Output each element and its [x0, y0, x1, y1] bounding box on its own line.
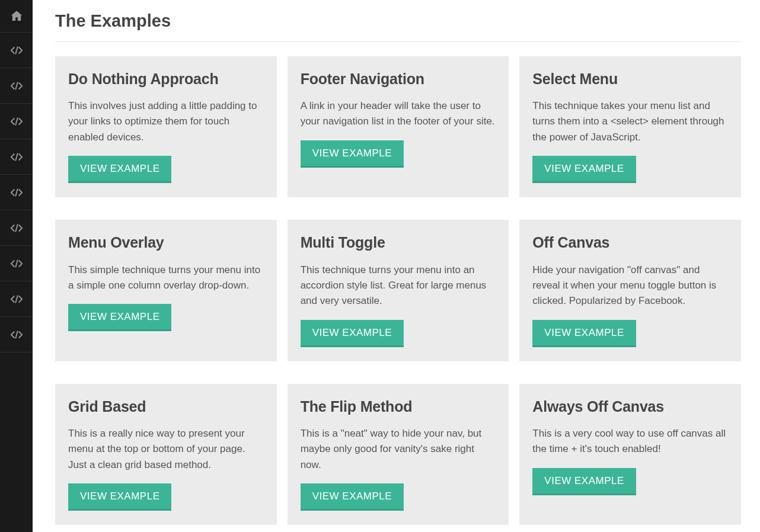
code-icon	[10, 186, 23, 199]
view-example-button[interactable]: VIEW EXAMPLE	[68, 304, 171, 331]
svg-line-6	[15, 259, 18, 267]
card-title: The Flip Method	[301, 396, 496, 418]
example-card: Grid Based This is a really nice way to …	[55, 384, 277, 525]
code-icon	[10, 328, 23, 341]
example-card: Do Nothing Approach This involves just a…	[55, 56, 277, 198]
sidebar	[0, 0, 33, 532]
divider	[55, 41, 741, 42]
card-description: This is a very cool way to use off canva…	[532, 426, 728, 457]
svg-line-3	[15, 153, 18, 161]
card-description: This technique takes your menu list and …	[532, 98, 728, 145]
card-description: This technique turns your menu into an a…	[301, 262, 496, 309]
card-description: Hide your navigation "off canvas" and re…	[532, 262, 728, 309]
sidebar-item-example-2[interactable]	[0, 68, 33, 104]
svg-line-7	[15, 295, 18, 303]
home-icon	[9, 9, 24, 23]
page-title: The Examples	[55, 8, 741, 34]
sidebar-item-home[interactable]	[0, 0, 33, 33]
svg-line-5	[15, 224, 18, 232]
card-title: Multi Toggle	[301, 232, 496, 254]
code-icon	[10, 115, 23, 128]
code-icon	[10, 79, 23, 92]
code-icon	[10, 44, 23, 57]
card-description: This simple technique turns your menu in…	[68, 262, 264, 294]
view-example-button[interactable]: VIEW EXAMPLE	[301, 320, 404, 347]
card-title: Do Nothing Approach	[68, 68, 264, 91]
view-example-button[interactable]: VIEW EXAMPLE	[532, 320, 636, 347]
card-description: This involves just adding a little paddi…	[68, 98, 264, 145]
view-example-button[interactable]: VIEW EXAMPLE	[532, 156, 636, 183]
sidebar-item-example-9[interactable]	[0, 317, 33, 352]
example-card: Multi Toggle This technique turns your m…	[288, 220, 509, 361]
code-icon	[10, 222, 23, 235]
view-example-button[interactable]: VIEW EXAMPLE	[68, 156, 171, 183]
card-title: Off Canvas	[532, 232, 728, 254]
example-card: Footer Navigation A link in your header …	[288, 56, 509, 198]
code-icon	[10, 293, 23, 306]
view-example-button[interactable]: VIEW EXAMPLE	[301, 483, 404, 511]
card-description: This is a "neat" way to hide your nav, b…	[301, 426, 496, 473]
example-card: Menu Overlay This simple technique turns…	[55, 220, 277, 361]
card-title: Grid Based	[68, 396, 264, 418]
example-card: The Flip Method This is a "neat" way to …	[288, 384, 509, 525]
svg-line-8	[15, 331, 18, 338]
sidebar-item-example-3[interactable]	[0, 104, 33, 139]
code-icon	[10, 257, 23, 270]
example-card: Select Menu This technique takes your me…	[519, 56, 741, 198]
card-title: Select Menu	[532, 68, 728, 91]
example-card: Off Canvas Hide your navigation "off can…	[519, 220, 741, 361]
card-description: This is a really nice way to present you…	[68, 426, 264, 473]
card-title: Always Off Canvas	[532, 396, 728, 418]
sidebar-item-example-4[interactable]	[0, 139, 33, 175]
sidebar-item-example-6[interactable]	[0, 210, 33, 246]
svg-line-1	[15, 82, 18, 89]
svg-line-0	[15, 46, 18, 54]
example-card: Always Off Canvas This is a very cool wa…	[519, 384, 741, 525]
main-content: The Examples Do Nothing Approach This in…	[33, 0, 760, 532]
svg-line-2	[15, 117, 18, 125]
examples-grid: Do Nothing Approach This involves just a…	[55, 56, 741, 525]
view-example-button[interactable]: VIEW EXAMPLE	[68, 483, 171, 511]
sidebar-item-example-7[interactable]	[0, 246, 33, 281]
sidebar-item-example-8[interactable]	[0, 281, 33, 317]
view-example-button[interactable]: VIEW EXAMPLE	[532, 468, 636, 495]
sidebar-item-example-1[interactable]	[0, 33, 33, 68]
sidebar-item-example-5[interactable]	[0, 175, 33, 210]
card-title: Menu Overlay	[68, 232, 264, 254]
card-title: Footer Navigation	[301, 68, 496, 91]
view-example-button[interactable]: VIEW EXAMPLE	[301, 140, 404, 168]
card-description: A link in your header will take the user…	[301, 98, 496, 130]
svg-line-4	[15, 188, 18, 196]
code-icon	[10, 150, 23, 164]
